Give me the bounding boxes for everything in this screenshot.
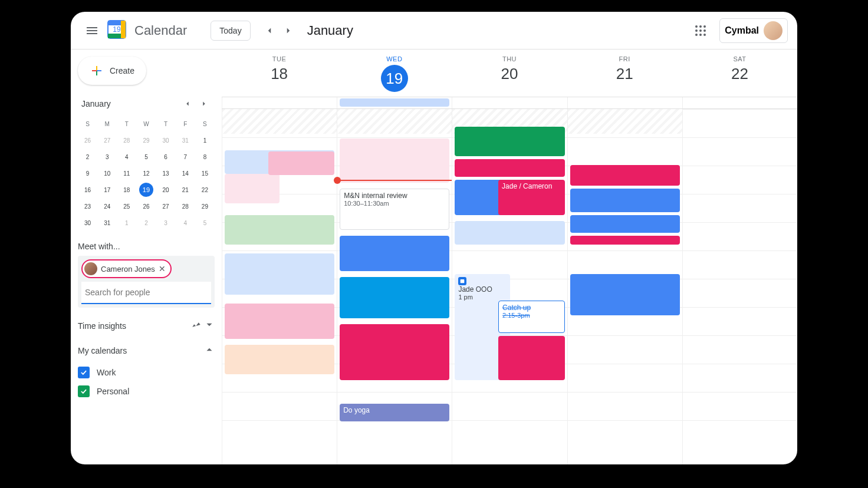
prev-week-button[interactable] [260, 21, 279, 40]
calendar-event[interactable] [455, 159, 564, 177]
day-column[interactable]: M&N internal review10:30–11:30amDo yoga [337, 109, 452, 464]
calendar-event[interactable] [225, 304, 334, 339]
mini-day[interactable]: 28 [117, 132, 136, 149]
mini-day[interactable]: 27 [156, 198, 176, 215]
org-switcher[interactable]: Cymbal [719, 18, 788, 43]
mini-day[interactable]: 30 [156, 132, 176, 149]
mini-day[interactable]: 5 [136, 149, 156, 165]
allday-cell[interactable] [337, 97, 452, 108]
day-column[interactable]: Jade / CameronJade OOO1 pmCatch up2:15-3… [452, 109, 567, 464]
calendar-event[interactable] [225, 345, 334, 374]
mini-day[interactable]: 22 [195, 182, 215, 198]
mini-day[interactable]: 3 [97, 149, 117, 165]
hamburger-menu-icon[interactable] [80, 19, 104, 42]
mini-day[interactable]: 7 [176, 149, 195, 165]
mini-day[interactable]: 23 [78, 198, 97, 215]
calendar-event[interactable] [498, 336, 565, 380]
calendar-checkbox[interactable] [78, 385, 90, 397]
mini-day[interactable]: 2 [136, 215, 156, 231]
mini-day[interactable]: 11 [117, 165, 136, 182]
today-button[interactable]: Today [211, 21, 250, 41]
mini-day[interactable]: 8 [195, 149, 215, 165]
calendar-event[interactable] [570, 274, 680, 315]
calendar-event[interactable] [455, 221, 564, 245]
mini-day[interactable]: 29 [195, 198, 215, 215]
mini-day[interactable]: 9 [78, 165, 97, 182]
mini-day[interactable]: 29 [136, 132, 156, 149]
mini-day[interactable]: 1 [117, 215, 136, 231]
mini-prev-button[interactable] [180, 97, 195, 111]
calendar-event[interactable] [340, 277, 449, 318]
allday-cell[interactable] [567, 97, 682, 108]
calendar-event[interactable] [225, 174, 280, 203]
mini-next-button[interactable] [197, 97, 211, 111]
mini-day[interactable]: 1 [195, 132, 215, 149]
mini-day[interactable]: 13 [156, 165, 176, 182]
mini-day[interactable]: 27 [97, 132, 117, 149]
calendar-event[interactable] [340, 324, 449, 380]
calendar-checkbox[interactable] [78, 367, 90, 378]
mini-day[interactable]: 12 [136, 165, 156, 182]
search-people-input[interactable] [81, 282, 211, 304]
mini-day[interactable]: 31 [97, 215, 117, 231]
mini-day[interactable]: 24 [97, 198, 117, 215]
day-header[interactable]: SAT22 [682, 55, 797, 97]
mini-day[interactable]: 28 [176, 198, 195, 215]
calendar-event[interactable] [570, 215, 680, 233]
day-column[interactable] [682, 109, 797, 464]
next-week-button[interactable] [279, 21, 298, 40]
mini-day[interactable]: 6 [156, 149, 176, 165]
allday-cell[interactable] [452, 97, 567, 108]
day-header[interactable]: TUE18 [222, 55, 337, 97]
day-header[interactable]: THU20 [452, 55, 567, 97]
mini-day[interactable]: 26 [136, 198, 156, 215]
day-column[interactable] [567, 109, 682, 464]
mini-day[interactable]: 16 [78, 182, 97, 198]
mini-day[interactable]: 2 [78, 149, 97, 165]
calendar-event[interactable] [340, 139, 449, 183]
calendar-event[interactable] [340, 236, 449, 271]
create-button[interactable]: Create [78, 57, 146, 85]
calendar-event[interactable] [225, 215, 334, 245]
allday-cell[interactable] [222, 97, 337, 108]
calendar-event[interactable]: Jade / Cameron [498, 180, 565, 215]
allday-event[interactable] [340, 98, 449, 107]
chip-remove-icon[interactable]: ✕ [159, 264, 166, 273]
calendar-event[interactable] [225, 253, 334, 295]
my-calendars-toggle[interactable]: My calendars [78, 344, 215, 357]
user-avatar[interactable] [764, 21, 782, 40]
day-header[interactable]: WED19 [337, 55, 452, 97]
mini-day[interactable]: 21 [176, 182, 195, 198]
mini-day[interactable]: 18 [117, 182, 136, 198]
calendar-event[interactable]: M&N internal review10:30–11:30am [340, 189, 449, 230]
mini-day[interactable]: 20 [156, 182, 176, 198]
day-header[interactable]: FRI21 [567, 55, 682, 97]
mini-day[interactable]: 10 [97, 165, 117, 182]
mini-day[interactable]: 15 [195, 165, 215, 182]
calendar-event[interactable] [455, 127, 564, 156]
calendar-event[interactable] [570, 189, 680, 212]
mini-day[interactable]: 5 [195, 215, 215, 231]
calendar-event[interactable] [268, 151, 335, 175]
calendar-event[interactable]: Do yoga [340, 404, 449, 421]
mini-day[interactable]: 19 [136, 182, 156, 198]
calendar-event[interactable]: Catch up2:15-3pm [498, 301, 565, 333]
mini-day[interactable]: 30 [78, 215, 97, 231]
calendar-item[interactable]: Personal [78, 382, 215, 401]
calendar-event[interactable] [570, 165, 680, 186]
time-insights-row[interactable]: Time insights [78, 319, 215, 332]
mini-day[interactable]: 26 [78, 132, 97, 149]
person-chip[interactable]: Cameron Jones ✕ [81, 259, 172, 278]
mini-day[interactable]: 17 [97, 182, 117, 198]
calendar-event[interactable] [570, 236, 680, 245]
mini-day[interactable]: 31 [176, 132, 195, 149]
allday-cell[interactable] [682, 97, 797, 108]
mini-day[interactable]: 4 [117, 149, 136, 165]
mini-day[interactable]: 4 [176, 215, 195, 231]
mini-day[interactable]: 14 [176, 165, 195, 182]
google-apps-icon[interactable] [689, 19, 712, 42]
calendar-item[interactable]: Work [78, 363, 215, 382]
day-column[interactable] [222, 109, 337, 464]
mini-day[interactable]: 3 [156, 215, 176, 231]
mini-day[interactable]: 25 [117, 198, 136, 215]
